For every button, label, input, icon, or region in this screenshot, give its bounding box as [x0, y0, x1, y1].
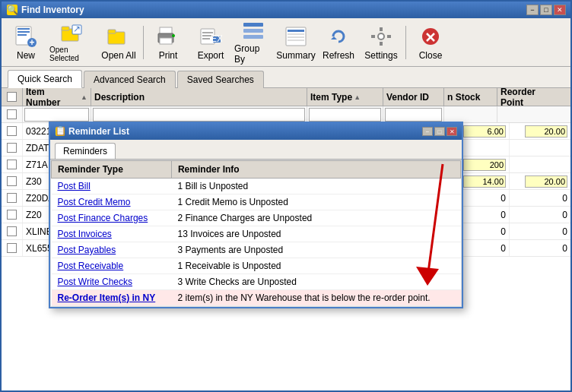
- table-header: Item Number ▲ Description Item Type ▲ Ve…: [2, 88, 570, 106]
- filter-vendor-input[interactable]: [385, 108, 442, 122]
- stock-input[interactable]: [463, 125, 506, 138]
- search-tabs-bar: Quick Search Advanced Search Saved Searc…: [2, 67, 570, 88]
- row-stock: 0: [456, 207, 510, 223]
- row-stock: 0: [456, 240, 510, 256]
- close-label: Close: [419, 50, 443, 61]
- print-button[interactable]: Print: [148, 22, 188, 63]
- svg-rect-30: [288, 36, 304, 38]
- reorder-input[interactable]: [525, 125, 567, 138]
- separator-2: [405, 26, 406, 59]
- item-number-col-header[interactable]: Item Number ▲: [23, 88, 91, 106]
- open-selected-icon: ↗: [60, 23, 84, 44]
- reminder-type-link[interactable]: Post Payables: [58, 245, 116, 255]
- svg-rect-13: [108, 30, 116, 33]
- popup-minimize-button[interactable]: −: [422, 127, 433, 136]
- close-button[interactable]: ✕: [554, 5, 566, 15]
- list-item: Post Finance Charges 2 Finance Charges a…: [52, 210, 461, 226]
- filter-description-input[interactable]: [93, 108, 305, 122]
- popup-title-bar: 📋 Reminder List − □ ✕: [50, 123, 462, 140]
- row-check[interactable]: [2, 207, 23, 223]
- svg-rect-38: [387, 35, 391, 38]
- row-reorder: 0: [510, 240, 570, 256]
- reminder-info-header: Reminder Info: [171, 161, 460, 179]
- reminder-type-link[interactable]: Post Bill: [58, 181, 91, 191]
- row-check[interactable]: [2, 123, 23, 139]
- filter-item-number-input[interactable]: [24, 108, 89, 122]
- svg-rect-24: [243, 23, 263, 27]
- tab-saved-searches[interactable]: Saved Searches: [177, 71, 264, 88]
- popup-tab-reminders[interactable]: Reminders: [55, 143, 116, 159]
- summary-button[interactable]: Summary: [276, 22, 316, 63]
- refresh-button[interactable]: Refresh: [319, 22, 358, 63]
- n-stock-col-header[interactable]: n Stock: [444, 88, 497, 106]
- reminder-type-link[interactable]: Post Invoices: [58, 229, 112, 239]
- stock-input[interactable]: [463, 175, 506, 188]
- reorder-point-col-header[interactable]: Reorder Point: [497, 88, 558, 106]
- open-selected-label: Open Selected: [49, 46, 95, 62]
- row-check[interactable]: [2, 156, 23, 172]
- row-reorder: [510, 123, 570, 139]
- row-check[interactable]: [2, 140, 23, 156]
- minimize-button[interactable]: −: [526, 5, 539, 15]
- row-reorder: 0: [510, 190, 570, 206]
- close-toolbar-button[interactable]: Close: [411, 22, 450, 63]
- row-check[interactable]: [2, 223, 23, 239]
- item-type-col-header[interactable]: Item Type ▲: [307, 88, 383, 106]
- new-icon: +: [14, 24, 38, 49]
- popup-tabs-bar: Reminders: [50, 140, 462, 160]
- tab-quick-search[interactable]: Quick Search: [8, 70, 82, 88]
- row-stock: [456, 156, 510, 172]
- popup-close-button[interactable]: ✕: [446, 127, 457, 136]
- reorder-input[interactable]: [525, 175, 567, 188]
- row-reorder: [510, 156, 570, 172]
- svg-rect-3: [17, 28, 30, 30]
- filter-checkbox[interactable]: [7, 109, 17, 119]
- svg-text:+: +: [29, 37, 34, 47]
- reminder-type-link-highlight[interactable]: Re-Order Item(s) in NY: [58, 292, 156, 303]
- reminder-type-link[interactable]: Post Receivable: [58, 261, 124, 271]
- description-col-header[interactable]: Description: [91, 88, 307, 106]
- reminder-type-link[interactable]: Post Credit Memo: [58, 197, 131, 207]
- svg-rect-26: [243, 35, 263, 39]
- filter-vendor: [383, 106, 444, 122]
- list-item: Post Write Checks 3 Write Checks are Unp…: [52, 274, 461, 290]
- popup-maximize-button[interactable]: □: [434, 127, 445, 136]
- popup-controls: − □ ✕: [422, 127, 457, 136]
- reminder-info-cell: 1 Receivable is Unposted: [171, 258, 460, 274]
- row-reorder: 0: [510, 207, 570, 223]
- reminder-type-header: Reminder Type: [52, 161, 172, 179]
- filter-item-type: [307, 106, 383, 122]
- row-check[interactable]: [2, 240, 23, 256]
- maximize-button[interactable]: □: [540, 5, 552, 15]
- export-icon: EX: [199, 24, 223, 49]
- filter-description: [91, 106, 307, 122]
- svg-text:↗: ↗: [73, 24, 81, 34]
- filter-reorder: [497, 106, 558, 122]
- new-button[interactable]: + New: [6, 22, 46, 63]
- group-by-button[interactable]: Group By: [234, 22, 273, 63]
- row-check[interactable]: [2, 173, 23, 189]
- print-label: Print: [159, 50, 178, 61]
- reminder-info-cell: 2 item(s) in the NY Warehouse that is be…: [171, 290, 460, 306]
- settings-button[interactable]: Settings: [361, 22, 401, 63]
- reminder-info-cell: 1 Bill is Unposted: [171, 179, 460, 194]
- filter-item-type-input[interactable]: [309, 108, 381, 122]
- reminder-type-link[interactable]: Post Finance Charges: [58, 213, 148, 223]
- open-selected-button[interactable]: ↗ Open Selected: [49, 22, 96, 63]
- stock-input[interactable]: [463, 159, 506, 171]
- reminder-type-link[interactable]: Post Write Checks: [58, 277, 132, 287]
- svg-rect-36: [380, 42, 383, 46]
- select-all-checkbox[interactable]: [7, 92, 17, 102]
- row-reorder: [510, 173, 570, 189]
- export-button[interactable]: EX Export: [191, 22, 230, 63]
- reminder-table-container: Reminder Type Reminder Info Post Bill 1 …: [50, 160, 462, 307]
- row-stock: [456, 173, 510, 189]
- open-all-button[interactable]: Open All: [99, 22, 138, 63]
- tab-advanced-search[interactable]: Advanced Search: [84, 71, 176, 88]
- row-check[interactable]: [2, 190, 23, 206]
- svg-text:📋: 📋: [55, 126, 65, 136]
- vendor-id-col-header[interactable]: Vendor ID: [383, 88, 444, 106]
- svg-text:🔍: 🔍: [7, 4, 18, 15]
- filter-check-cell: [2, 106, 23, 122]
- reminder-type-cell: Post Finance Charges: [52, 210, 172, 226]
